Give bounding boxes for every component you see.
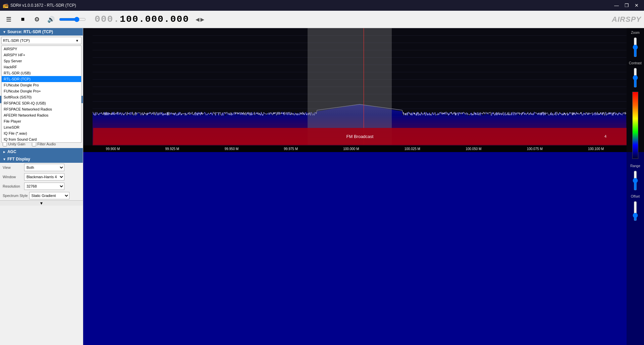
fft-section-header[interactable]: ▼ FFT Display [0,155,83,163]
main-layout: ▼ Source: RTL-SDR (TCP) RTL-SDR (TCP) ▼ … [0,28,644,345]
freq-label-4: 99.975 M [284,147,298,151]
spectrum-style-label: Spectrum Style [3,194,28,198]
freq-label-1: 99.900 M [106,147,120,151]
resolution-row: Resolution 32768 [0,182,83,191]
titlebar: 📻 SDR# v1.0.0.1672 - RTL-SDR (TCP) — ❐ ✕ [0,0,644,11]
agc-section-header[interactable]: ► AGC [0,148,83,155]
spectrum-style-dropdown[interactable]: Static Gradient [29,192,69,199]
source-item-rfspace-usb[interactable]: RFSPACE SDR-IQ (USB) [2,100,81,106]
scroll-down-icon: ▼ [40,201,44,206]
airspy-logo: AIRSPY [612,15,641,24]
freq-label-8: 100.075 M [527,147,543,151]
source-header-label: Source: RTL-SDR (TCP) [7,29,53,34]
source-item-spy-server[interactable]: Spy Server [2,58,81,64]
app-icon: 📻 [3,3,8,8]
source-item-hackrf[interactable]: HackRF [2,64,81,70]
frequency-dim: 000. [95,14,120,24]
zoom-slider[interactable] [633,37,638,57]
source-item-afedri[interactable]: AFEDRI Networked Radios [2,112,81,118]
window-label: Window [3,175,23,179]
fm-broadcast-label: FM Broadcast 4 [93,128,627,145]
source-item-softrock[interactable]: SoftRock (Si570) [2,94,81,100]
stop-button[interactable]: ■ [17,13,29,25]
minimize-button[interactable]: — [612,2,621,9]
titlebar-left: 📻 SDR# v1.0.0.1672 - RTL-SDR (TCP) [3,3,76,8]
source-item-iq-sound[interactable]: IQ from Sound Card [2,136,81,142]
agc-header-label: AGC [7,149,16,154]
freq-label-3: 99.950 M [224,147,238,151]
window-dropdown[interactable]: Blackman-Harris 4 [24,173,64,181]
range-slider[interactable] [633,170,638,191]
view-row: View Both Spectrum Waterfall [0,163,83,172]
audio-button[interactable]: 🔊 [45,13,57,25]
restore-button[interactable]: ❐ [622,2,631,9]
settings-button[interactable]: ⚙ [31,13,43,25]
menu-button[interactable]: ☰ [3,13,15,25]
toolbar: ☰ ■ ⚙ 🔊 000.100.000.000 ◄► AIRSPY [0,11,644,28]
frequency-axis: 99.900 M 99.925 M 99.950 M 99.975 M 100.… [83,145,627,152]
scroll-down-button[interactable]: ▼ [0,200,83,206]
source-item-rtl-usb[interactable]: RTL-SDR (USB) [2,70,81,76]
resolution-dropdown[interactable]: 32768 [24,183,64,190]
view-dropdown[interactable]: Both Spectrum Waterfall [24,164,64,171]
source-item-funcube-pro[interactable]: FUNcube Dongle Pro [2,82,81,88]
spectrum-area: 0 -5 -10 -15 -20 -25 -30 -35 -40 -45 -50… [83,28,644,152]
close-button[interactable]: ✕ [632,2,641,9]
waterfall-area [83,152,644,345]
right-panel: 0 -5 -10 -15 -20 -25 -30 -35 -40 -45 -50… [83,28,644,345]
volume-slider[interactable] [59,17,86,22]
source-item-file-player[interactable]: File Player [2,118,81,124]
color-scale-bar [632,92,638,159]
source-dropdown[interactable]: RTL-SDR (TCP) [1,37,82,44]
frequency-arrows[interactable]: ◄► [196,16,205,24]
contrast-label: Contrast [629,61,642,65]
source-section-header[interactable]: ▼ Source: RTL-SDR (TCP) [0,28,83,36]
offset-label: Offset [631,195,640,198]
contrast-slider[interactable] [633,68,638,88]
spectrum-style-row: Spectrum Style Static Gradient [0,191,83,200]
source-item-airspy[interactable]: AIRSPY [2,46,81,52]
source-item-funcube-pro-plus[interactable]: FUNcube Dongle Pro+ [2,88,81,94]
fm-broadcast-text: FM Broadcast [346,134,374,139]
titlebar-controls: — ❐ ✕ [612,2,641,9]
freq-label-2: 99.925 M [165,147,179,151]
left-panel: ▼ Source: RTL-SDR (TCP) RTL-SDR (TCP) ▼ … [0,28,83,345]
agc-arrow-icon: ► [3,150,6,154]
source-list: AIRSPY AIRSPY HF+ Spy Server HackRF RTL-… [1,46,82,143]
freq-label-9: 100.100 M [588,147,604,151]
range-label: Range [630,164,640,168]
source-item-airspy-hf[interactable]: AIRSPY HF+ [2,52,81,58]
source-item-limesdr[interactable]: LimeSDR [2,124,81,130]
band-number: 4 [604,134,606,138]
freq-label-6: 100.025 M [405,147,420,151]
waterfall-canvas [83,152,644,345]
resolution-label: Resolution [3,184,23,188]
titlebar-title: SDR# v1.0.0.1672 - RTL-SDR (TCP) [10,3,76,8]
right-controls: Zoom Contrast Range Offset [627,28,644,345]
fft-header-label: FFT Display [7,157,30,161]
source-item-rtl-tcp[interactable]: RTL-SDR (TCP) [2,76,81,82]
freq-label-7: 100.050 M [466,147,481,151]
source-item-iq-file[interactable]: IQ File (*.wav) [2,130,81,136]
offset-slider[interactable] [633,201,638,221]
source-item-rfspace-net[interactable]: RFSPACE Networked Radios [2,106,81,112]
fft-arrow-icon: ▼ [3,157,6,161]
frequency-display: 000.100.000.000 ◄► [95,14,205,24]
window-row: Window Blackman-Harris 4 [0,172,83,182]
frequency-main: 100.000.000 [120,14,189,24]
source-arrow-icon: ▼ [3,30,6,34]
freq-label-5: 100.000 M [343,147,359,151]
zoom-label: Zoom [631,31,640,34]
view-label: View [3,165,23,169]
